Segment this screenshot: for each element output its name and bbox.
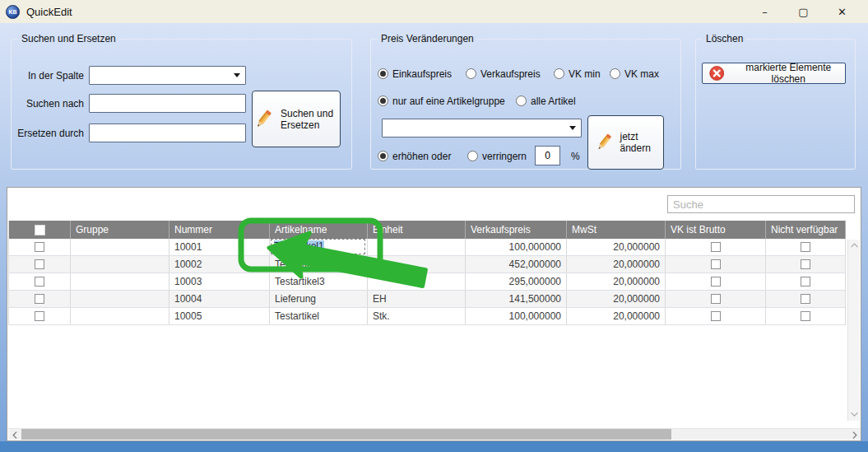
scroll-left-icon[interactable] [8,429,21,440]
vertical-scrollbar[interactable] [847,240,860,421]
table-row[interactable]: 10001Testartikel1100,00000020,000000 [9,239,846,256]
grid-column-header[interactable]: Gruppe [71,221,169,239]
cell-einheit[interactable]: Stk. [368,256,466,273]
vk-brutto-checkbox[interactable] [711,277,721,287]
cell-verkaufspreis[interactable]: 100,000000 [466,308,567,324]
search-replace-button[interactable]: Suchen und Ersetzen [252,91,341,147]
cell-mwst[interactable]: 20,000000 [567,239,666,255]
cell-einheit[interactable]: EH [368,291,466,307]
horizontal-scrollbar-thumb[interactable] [21,429,671,440]
cell-artikelname[interactable]: Testartikel3 [270,273,368,290]
table-row[interactable]: 10004LieferungEH141,50000020,000000 [9,291,846,308]
radio-icon[interactable] [554,68,564,79]
chevron-down-icon[interactable] [230,68,244,82]
not-available-checkbox[interactable] [801,242,810,252]
cell-mwst[interactable]: 20,000000 [567,291,666,307]
cell-artikelname[interactable]: Testartikel1 [270,239,368,255]
row-select-checkbox[interactable] [35,242,44,252]
percent-input[interactable] [535,146,560,165]
radio-scope-0[interactable]: nur auf eine Artikelgruppe [378,95,505,107]
cell-artikelname[interactable]: Testartikel2 [270,256,368,273]
minimize-button[interactable]: – [745,0,784,23]
editing-cell[interactable]: Testartikel1 [271,239,365,254]
radio-scope-1[interactable]: alle Artikel [516,95,576,107]
vk-brutto-checkbox-cell[interactable] [666,239,766,255]
cell-artikelname[interactable]: Lieferung [270,291,368,307]
not-available-checkbox-cell[interactable] [766,308,846,324]
vk-brutto-checkbox[interactable] [711,242,721,252]
chevron-down-icon[interactable] [565,121,579,135]
cell-gruppe[interactable] [71,308,169,324]
radio-direction-1[interactable]: verringern [467,150,527,162]
radio-price-type-0[interactable]: Einkaufspreis [378,68,452,80]
radio-price-type-1[interactable]: Verkaufspreis [466,68,541,80]
vk-brutto-checkbox-cell[interactable] [666,308,766,324]
cell-verkaufspreis[interactable]: 141,500000 [466,291,567,307]
horizontal-scrollbar[interactable] [8,428,861,440]
grid-column-header[interactable]: Nummer [169,221,270,239]
radio-price-type-3[interactable]: VK max [610,68,659,80]
row-select-checkbox-cell[interactable] [9,239,71,255]
row-select-checkbox[interactable] [35,259,44,269]
not-available-checkbox-cell[interactable] [766,273,846,290]
vk-brutto-checkbox[interactable] [711,311,721,321]
row-select-checkbox-cell[interactable] [9,291,71,307]
row-select-checkbox[interactable] [35,277,44,287]
not-available-checkbox[interactable] [801,277,810,287]
cell-verkaufspreis[interactable]: 295,000000 [466,273,567,290]
grid-column-header[interactable]: Artikelname [270,221,368,239]
delete-marked-button[interactable]: markierte Elemente löschen [702,63,846,84]
grid-column-header[interactable]: VK ist Brutto [666,221,766,239]
not-available-checkbox-cell[interactable] [766,239,846,255]
grid-column-header[interactable]: MwSt [567,221,666,239]
cell-gruppe[interactable] [71,291,169,307]
row-select-checkbox-cell[interactable] [9,256,71,273]
table-row[interactable]: 10003Testartikel3295,00000020,000000 [9,273,846,291]
radio-icon[interactable] [378,96,388,106]
close-button[interactable]: ✕ [823,0,861,23]
cell-artikelname[interactable]: Testartikel [270,308,368,324]
vk-brutto-checkbox[interactable] [711,294,721,304]
vk-brutto-checkbox-cell[interactable] [666,291,766,307]
grid-column-header[interactable]: Einheit [368,221,466,239]
not-available-checkbox[interactable] [801,311,810,321]
maximize-button[interactable]: ▢ [784,0,823,23]
cell-nummer[interactable]: 10002 [169,256,270,273]
grid-column-header[interactable] [9,221,71,239]
grid-column-header[interactable]: Nicht verfügbar [766,221,846,239]
not-available-checkbox-cell[interactable] [766,256,846,273]
replace-with-input[interactable] [89,123,246,142]
cell-gruppe[interactable] [71,273,169,290]
cell-gruppe[interactable] [71,256,169,273]
select-all-checkbox[interactable] [35,225,45,235]
scroll-up-icon[interactable] [848,240,860,252]
radio-icon[interactable] [466,68,476,79]
cell-verkaufspreis[interactable]: 100,000000 [466,239,567,255]
not-available-checkbox-cell[interactable] [766,291,846,307]
row-select-checkbox[interactable] [35,311,44,321]
row-select-checkbox[interactable] [35,294,44,304]
cell-verkaufspreis[interactable]: 452,000000 [466,256,567,273]
cell-nummer[interactable]: 10004 [169,291,270,307]
cell-einheit[interactable] [368,273,466,290]
scroll-down-icon[interactable] [848,408,860,421]
table-row[interactable]: 10005TestartikelStk.100,00000020,000000 [9,308,846,325]
column-dropdown[interactable] [89,66,246,85]
not-available-checkbox[interactable] [801,259,810,269]
radio-icon[interactable] [610,68,620,79]
cell-einheit[interactable] [368,239,466,255]
article-group-dropdown[interactable] [382,119,582,137]
apply-price-change-button[interactable]: jetzt ändern [587,115,664,170]
grid-search-input[interactable] [667,195,855,213]
row-select-checkbox-cell[interactable] [9,308,71,324]
cell-nummer[interactable]: 10001 [169,239,270,255]
cell-nummer[interactable]: 10003 [169,273,270,290]
table-row[interactable]: 10002Testartikel2Stk.452,00000020,000000 [9,256,846,273]
cell-gruppe[interactable] [71,239,169,255]
vk-brutto-checkbox-cell[interactable] [666,256,766,273]
cell-mwst[interactable]: 20,000000 [567,308,666,324]
cell-mwst[interactable]: 20,000000 [567,273,666,290]
radio-price-type-2[interactable]: VK min [554,68,601,80]
scroll-right-icon[interactable] [847,429,861,440]
vk-brutto-checkbox[interactable] [711,259,721,269]
